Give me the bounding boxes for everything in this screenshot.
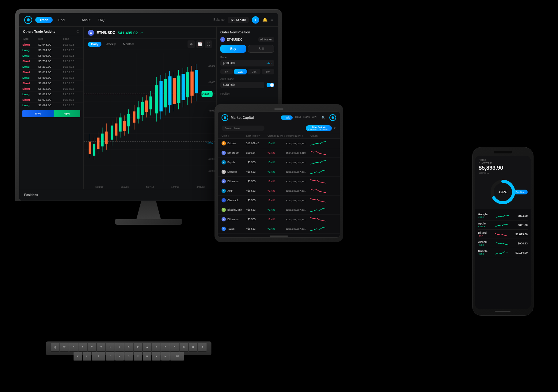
daily-period-button[interactable]: Daily bbox=[88, 42, 101, 47]
tablet-row: Ξ Ethereum +$5,553 +2.4% $220,083,007,83… bbox=[218, 215, 340, 224]
graph-col-header: Graph bbox=[310, 134, 329, 137]
key-k[interactable]: K bbox=[74, 352, 82, 360]
key-v[interactable]: V bbox=[134, 352, 142, 360]
trade-table: Type Bet Time Short $2,943.00 19:34:13 L… bbox=[19, 36, 83, 108]
leverage-25x-button[interactable]: 25x bbox=[248, 69, 260, 74]
phone-stock-left: Dribble +$2.6 bbox=[478, 250, 488, 255]
auto-close-input[interactable] bbox=[223, 83, 262, 87]
tablet-price: +$5,553 bbox=[246, 170, 268, 173]
key-e[interactable]: E bbox=[69, 343, 78, 351]
order-title: Order New Position bbox=[220, 30, 274, 34]
leverage-50x-button[interactable]: 50x bbox=[262, 69, 274, 74]
tablet-change: +2.4% bbox=[268, 218, 286, 221]
phone-stock-value: $321.00 bbox=[518, 224, 528, 227]
tablet: Market Capital Trade Data Docs API 🔍 bbox=[214, 104, 343, 242]
tablet-search-icon[interactable]: 🔍 bbox=[321, 116, 325, 119]
tablet-api-link[interactable]: API bbox=[312, 115, 317, 120]
trade-time: 19:34:13 bbox=[63, 59, 81, 63]
key-shift[interactable]: ⇧ bbox=[92, 352, 105, 360]
position-label: Position bbox=[220, 90, 274, 95]
key-j[interactable]: J bbox=[198, 343, 207, 351]
bell-icon[interactable]: 🔔 bbox=[262, 17, 268, 22]
leverage-10x-button[interactable]: 10x bbox=[234, 69, 247, 74]
key-h[interactable]: H bbox=[189, 343, 197, 351]
add-balance-button[interactable]: + bbox=[252, 16, 259, 24]
key-s[interactable]: S bbox=[152, 343, 161, 351]
tablet-price: +$5,553 bbox=[246, 208, 268, 211]
svg-rect-43 bbox=[137, 107, 139, 119]
svg-rect-41 bbox=[133, 111, 135, 123]
key-w[interactable]: W bbox=[60, 343, 69, 351]
trade-bet: $5,318.00 bbox=[38, 87, 63, 90]
tablet-search-bar: Pillar Periode 4 June 2021 - 4 July 2021… bbox=[218, 123, 340, 133]
key-g[interactable]: G bbox=[180, 343, 188, 351]
key-c[interactable]: C bbox=[124, 352, 133, 360]
tablet-logo-icon bbox=[222, 114, 228, 121]
key-n[interactable]: N bbox=[152, 352, 161, 360]
tablet-row: X XRP +$5,553 +3.4% $220,083,007,831 bbox=[218, 186, 340, 196]
monitor-stand-base bbox=[115, 219, 182, 225]
tablet-volume: $220,083,007,831 bbox=[286, 180, 310, 183]
mini-chart bbox=[310, 140, 326, 146]
key-d[interactable]: D bbox=[161, 343, 170, 351]
auto-close-toggle[interactable] bbox=[267, 83, 274, 87]
trade-button[interactable]: Trade bbox=[35, 17, 53, 23]
last-price-col-header: Last Price ◊ bbox=[246, 134, 268, 137]
key-y[interactable]: Y bbox=[97, 343, 105, 351]
max-button[interactable]: Max bbox=[267, 62, 272, 65]
coin-name: BitcoinCash bbox=[227, 208, 242, 211]
svg-rect-29 bbox=[105, 132, 108, 144]
key-b[interactable]: B bbox=[143, 352, 151, 360]
trade-bet: $8,805.00 bbox=[38, 76, 63, 79]
line-chart-button[interactable]: 📈 bbox=[196, 40, 203, 48]
see-more-button[interactable]: See More bbox=[514, 190, 528, 194]
key-x[interactable]: X bbox=[115, 352, 124, 360]
price-input[interactable] bbox=[223, 62, 267, 65]
crosshair-tool-button[interactable]: ⊕ bbox=[188, 40, 195, 48]
menu-icon[interactable]: ≡ bbox=[271, 17, 273, 22]
key-p[interactable]: P bbox=[134, 343, 142, 351]
buy-button[interactable]: Buy bbox=[220, 45, 246, 53]
mini-chart bbox=[310, 207, 326, 213]
key-m[interactable]: M bbox=[161, 352, 170, 360]
phone-balance-sublabel: Balance ▲ bbox=[479, 172, 527, 174]
faq-link[interactable]: FAQ bbox=[98, 18, 104, 22]
tablet-coin-cell: Ξ Ethereum bbox=[222, 151, 246, 155]
logo-icon bbox=[24, 16, 32, 24]
key-a[interactable]: A bbox=[143, 343, 151, 351]
key-u[interactable]: U bbox=[106, 343, 115, 351]
donut-center: +26% bbox=[499, 190, 507, 194]
key-i[interactable]: I bbox=[115, 343, 124, 351]
chart-header: Ξ ETH/USDC $41,495.02 ↗ bbox=[84, 27, 216, 39]
tablet-search-input[interactable] bbox=[222, 126, 264, 131]
key-t[interactable]: T bbox=[88, 343, 96, 351]
tablet-filter-icon[interactable]: ▼ bbox=[333, 126, 336, 130]
tablet-change: +2.4% bbox=[268, 199, 286, 202]
key-f[interactable]: F bbox=[170, 343, 179, 351]
chart-pair-price: $41,495.02 bbox=[118, 31, 138, 35]
sell-button[interactable]: Sell bbox=[248, 45, 274, 53]
tablet-data-link[interactable]: Data bbox=[295, 115, 301, 120]
leverage-5x-button[interactable]: 5x bbox=[220, 69, 233, 74]
fullscreen-button[interactable]: ⛶ bbox=[205, 40, 212, 48]
key-r[interactable]: R bbox=[78, 343, 87, 351]
tablet-date-filter-button[interactable]: Pillar Periode 4 June 2021 - 4 July 2021 bbox=[306, 125, 332, 131]
tablet-price: +$5,553 bbox=[246, 161, 268, 164]
tablet-trade-button[interactable]: Trade bbox=[281, 115, 293, 120]
pool-button[interactable]: Pool bbox=[54, 17, 69, 23]
phone-stock-mini-chart bbox=[496, 241, 509, 246]
about-link[interactable]: About bbox=[82, 18, 90, 22]
phone-stock-row: AirbnB +$2.6 $904.93 bbox=[478, 239, 528, 248]
weekly-period-button[interactable]: Weekly bbox=[103, 42, 119, 47]
key-o[interactable]: O bbox=[124, 343, 133, 351]
monthly-period-button[interactable]: Monthly bbox=[120, 42, 137, 47]
tablet-docs-link[interactable]: Docs bbox=[303, 115, 310, 120]
market-dropdown[interactable]: All Market bbox=[258, 37, 274, 42]
tablet-change: +3.4% bbox=[268, 208, 286, 211]
svg-rect-21 bbox=[89, 141, 91, 153]
key-z[interactable]: Z bbox=[106, 352, 115, 360]
phone-frame: Home ↳ My Wallet $5,893.90 Balance ▲ +26… bbox=[472, 147, 533, 316]
key-q[interactable]: Q bbox=[51, 343, 59, 351]
key-backspace[interactable]: ⌫ bbox=[170, 352, 184, 360]
key-l[interactable]: L bbox=[83, 352, 91, 360]
